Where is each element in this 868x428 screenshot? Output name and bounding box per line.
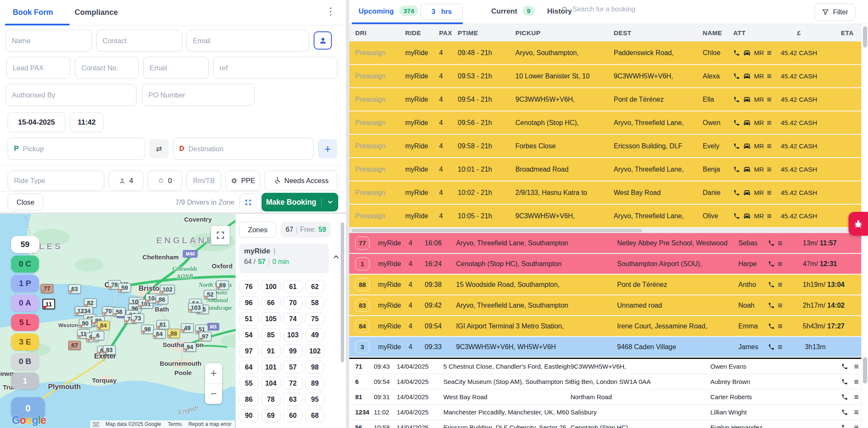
time-picker[interactable]: 11:42: [70, 112, 103, 132]
booking-row-preassign[interactable]: PreassignmyRide409:56 - 21hCenotaph (Sto…: [349, 111, 868, 135]
email-field[interactable]: [186, 30, 309, 52]
map-fullscreen-button[interactable]: [211, 226, 230, 245]
booking-row-preassign[interactable]: PreassignmyRide410:01 - 21hBroadmead Roa…: [349, 158, 868, 181]
driver-marker[interactable]: 102: [160, 285, 175, 302]
ppe-toggle[interactable]: PPE: [225, 170, 260, 191]
zone-button[interactable]: 105: [261, 312, 281, 325]
row-menu-icon[interactable]: ≡: [854, 408, 859, 416]
booking-row-assigned[interactable]: 84myRide409:54IGI Airport Terminal 3 Met…: [349, 316, 868, 337]
zone-button[interactable]: 99: [283, 345, 303, 358]
driver-id-badge[interactable]: 1: [355, 257, 370, 270]
filter-button[interactable]: Filter: [815, 3, 855, 21]
scrollbar-thumb[interactable]: [863, 357, 867, 384]
driver-marker[interactable]: 97: [199, 332, 211, 349]
zone-button[interactable]: 62: [305, 280, 325, 293]
tab-current[interactable]: Current: [491, 7, 517, 16]
zone-button[interactable]: 89: [305, 377, 325, 390]
phone-icon[interactable]: [733, 143, 740, 150]
zone-button[interactable]: 76: [239, 280, 259, 293]
driver-marker[interactable]: 93: [103, 345, 116, 362]
zone-button[interactable]: 70: [283, 296, 303, 309]
phone-icon[interactable]: [841, 424, 848, 428]
phone-icon[interactable]: [768, 281, 775, 288]
driver-marker[interactable]: 63: [68, 284, 81, 301]
zone-status-badge[interactable]: 3 E: [11, 334, 39, 350]
booking-row-assigned[interactable]: 3myRide409:339C3WWH5W+V6H, WH5W+V6H9468 …: [349, 337, 868, 358]
zone-button[interactable]: 85: [261, 328, 281, 342]
zone-status-badge[interactable]: 0 B: [11, 353, 39, 370]
row-menu-icon[interactable]: ≡: [854, 378, 859, 386]
car-icon[interactable]: [743, 189, 751, 197]
phone-icon[interactable]: [768, 323, 775, 330]
row-menu-icon[interactable]: ≡: [778, 322, 782, 330]
zone-button[interactable]: 72: [283, 377, 303, 390]
zone-button[interactable]: 90: [239, 409, 259, 422]
horizontal-scrollbar[interactable]: [349, 228, 868, 233]
row-menu-icon[interactable]: ≡: [767, 165, 771, 173]
driver-marker[interactable]: 94: [184, 342, 196, 359]
phone-icon[interactable]: [733, 213, 740, 220]
add-stop-button[interactable]: +: [318, 139, 337, 158]
search-input[interactable]: [572, 5, 665, 14]
booking-row-completed[interactable]: 7109:4314/04/20255 Chestnut Close, Chand…: [349, 359, 868, 374]
zone-button[interactable]: 69: [261, 409, 281, 422]
booking-row-completed[interactable]: 8109:3114/04/2025West Bay RoadNortham Ro…: [349, 389, 868, 405]
row-menu-icon[interactable]: ≡: [767, 95, 771, 103]
row-menu-icon[interactable]: ≡: [778, 281, 782, 289]
row-menu-icon[interactable]: ≡: [854, 423, 859, 428]
pax-count-stepper[interactable]: 4: [108, 170, 143, 191]
ride-type-field[interactable]: [8, 170, 104, 191]
lead-pax-field[interactable]: [6, 57, 70, 79]
row-menu-icon[interactable]: ≡: [778, 301, 782, 309]
row-menu-icon[interactable]: ≡: [854, 393, 859, 401]
make-booking-button[interactable]: Make Booking: [262, 193, 338, 211]
phone-icon[interactable]: [841, 394, 848, 400]
zone-button[interactable]: 95: [305, 393, 325, 406]
zone-button[interactable]: 68: [305, 409, 325, 422]
phone-icon[interactable]: [733, 120, 740, 126]
report-error-link[interactable]: Report a map error: [185, 421, 235, 427]
driver-id-badge[interactable]: 3: [355, 340, 370, 353]
phone-icon[interactable]: [733, 96, 740, 103]
row-menu-icon[interactable]: ≡: [767, 189, 771, 197]
phone-icon[interactable]: [733, 73, 740, 80]
horizontal-scrollbar-thumb[interactable]: [352, 229, 642, 232]
phone-icon[interactable]: [768, 261, 775, 267]
zoom-in-button[interactable]: +: [205, 363, 222, 384]
pickup-field[interactable]: P Pickup: [8, 138, 145, 160]
row-menu-icon[interactable]: ≡: [767, 49, 771, 57]
zone-button[interactable]: 86: [239, 393, 259, 406]
phone-icon[interactable]: [768, 302, 775, 309]
zone-button[interactable]: 64: [239, 361, 259, 374]
car-icon[interactable]: [743, 95, 751, 103]
zone-button[interactable]: 74: [283, 312, 303, 325]
phone-icon[interactable]: [768, 344, 775, 350]
zone-button[interactable]: 104: [261, 377, 281, 390]
swap-route-button[interactable]: ⇄: [149, 139, 169, 158]
expand-zone-button[interactable]: [239, 194, 256, 211]
booking-row-assigned[interactable]: 77myRide416:06Aryvo, Threefield Lane, So…: [349, 233, 868, 254]
pax-email-field[interactable]: [143, 57, 209, 79]
driver-id-badge[interactable]: 84: [355, 320, 370, 333]
driver-marker[interactable]: 49: [181, 323, 194, 340]
booking-row-preassign[interactable]: PreassignmyRide409:54 - 21h9C3WWH5W+V6H,…: [349, 88, 868, 111]
booking-row-assigned[interactable]: 88myRide409:3815 Woodside Road, Southamp…: [349, 275, 868, 295]
ref-field[interactable]: [213, 57, 337, 79]
drivers-map[interactable]: CoventryENGLANDWALESCheltenhamOxfordCots…: [0, 214, 346, 428]
row-menu-icon[interactable]: ≡: [778, 260, 782, 268]
luggage-count-stepper[interactable]: 0: [147, 170, 182, 191]
row-menu-icon[interactable]: ≡: [778, 239, 782, 247]
contact-no-field[interactable]: [75, 57, 139, 79]
zone-button[interactable]: 58: [305, 296, 325, 309]
date-picker[interactable]: 15-04-2025: [8, 112, 65, 132]
authorised-by-field[interactable]: [6, 84, 136, 106]
zone-button[interactable]: 60: [283, 409, 303, 422]
row-menu-icon[interactable]: ≡: [767, 142, 771, 150]
row-menu-icon[interactable]: ≡: [767, 212, 771, 220]
po-number-field[interactable]: [142, 84, 255, 106]
phone-icon[interactable]: [841, 363, 848, 370]
driver-id-badge[interactable]: 88: [355, 278, 370, 291]
driver-marker[interactable]: 6: [92, 331, 104, 348]
zone-button[interactable]: 61: [283, 280, 303, 293]
driver-id-badge[interactable]: 83: [355, 299, 370, 312]
